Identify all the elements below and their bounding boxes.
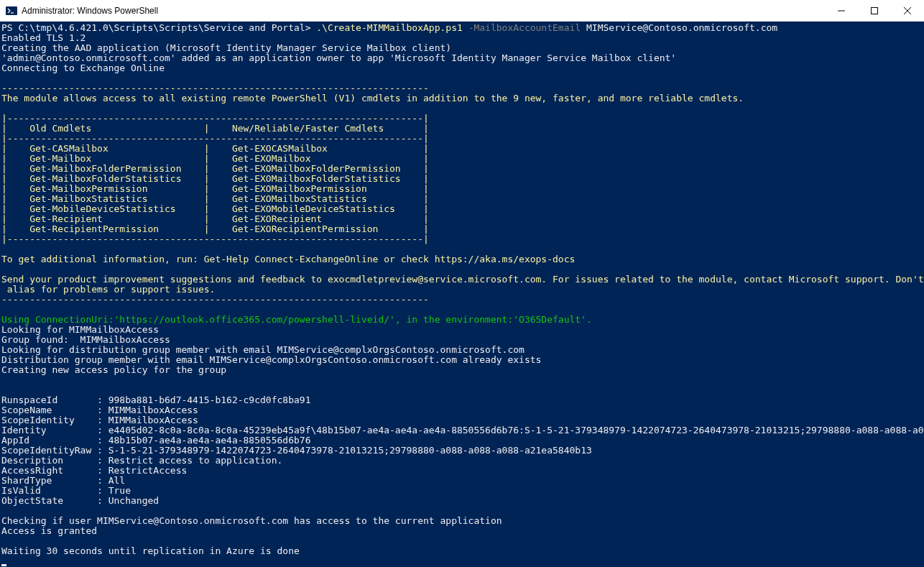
- terminal-output[interactable]: PS C:\tmp\4.6.421.0\Scripts\Scripts\Serv…: [0, 22, 924, 567]
- output-line: Looking for MIMMailboxAccess: [1, 324, 159, 335]
- command-param-value: MIMService@Contoso.onmicrosoft.com: [586, 22, 777, 33]
- table-border: |---------------------------------------…: [1, 133, 429, 144]
- window-title: Administrator: Windows PowerShell: [22, 6, 825, 16]
- property-line: ShardType : All: [1, 475, 125, 486]
- table-row: | Get-MailboxPermission | Get-EXOMailbox…: [1, 183, 429, 194]
- output-line: Distribution group member with email MIM…: [1, 354, 541, 365]
- table-row: | Get-MailboxFolderStatistics | Get-EXOM…: [1, 173, 429, 184]
- output-divider: ----------------------------------------…: [1, 294, 429, 305]
- output-line: To get additional information, run: Get-…: [1, 254, 575, 264]
- close-icon: [904, 7, 911, 14]
- powershell-icon: [6, 5, 17, 17]
- close-button[interactable]: [891, 0, 924, 21]
- command-user: .\Create-MIMMailboxApp.ps1: [316, 22, 468, 33]
- output-line: Send your product improvement suggestion…: [1, 274, 924, 285]
- property-line: Description : Restrict access to applica…: [1, 455, 282, 466]
- maximize-icon: [871, 7, 878, 14]
- output-line: The module allows access to all existing…: [1, 93, 744, 103]
- table-row: | Get-RecipientPermission | Get-EXORecip…: [1, 223, 429, 234]
- table-header: | Old Cmdlets | New/Reliable/Faster Cmdl…: [1, 123, 429, 134]
- output-line: Enabled TLS 1.2: [1, 32, 86, 43]
- property-line: AccessRight : RestrictAccess: [1, 465, 187, 476]
- maximize-button[interactable]: [858, 0, 891, 21]
- output-line: Using ConnectionUri:'https://outlook.off…: [1, 314, 592, 325]
- terminal-cursor: [1, 564, 6, 566]
- table-row: | Get-Mailbox | Get-EXOMailbox |: [1, 153, 429, 164]
- output-line: Connecting to Exchange Online: [1, 63, 165, 73]
- table-row: | Get-MailboxFolderPermission | Get-EXOM…: [1, 163, 429, 174]
- table-row: | Get-CASMailbox | Get-EXOCASMailbox |: [1, 143, 429, 154]
- table-row: | Get-Recipient | Get-EXORecipient |: [1, 213, 429, 224]
- output-divider: ----------------------------------------…: [1, 83, 429, 93]
- property-line: IsValid : True: [1, 485, 131, 496]
- output-line: Access is granted: [1, 525, 97, 536]
- window-controls: [825, 0, 924, 21]
- output-line: Group found: MIMMailboxAccess: [1, 334, 170, 345]
- property-line: Identity : e4405d02-8c0a-8c0a-8c0a-45239…: [1, 425, 924, 435]
- property-line: ScopeName : MIMMailboxAccess: [1, 405, 198, 415]
- svg-rect-0: [6, 6, 17, 15]
- table-border: |---------------------------------------…: [1, 113, 429, 124]
- output-line: Creating new access policy for the group: [1, 364, 226, 375]
- property-line: ObjectState : Unchanged: [1, 495, 159, 506]
- property-line: RunspaceId : 998ba881-b6d7-4415-b162-c9c…: [1, 395, 310, 405]
- output-line: Looking for distribution group member wi…: [1, 344, 525, 355]
- property-line: ScopeIdentity : MIMMailboxAccess: [1, 415, 198, 425]
- minimize-icon: [838, 7, 845, 14]
- table-border: |---------------------------------------…: [1, 234, 429, 244]
- minimize-button[interactable]: [825, 0, 858, 21]
- output-line: Waiting 30 seconds until replication in …: [1, 545, 300, 556]
- property-line: AppId : 48b15b07-ae4a-ae4a-ae4a-8850556d…: [1, 435, 310, 446]
- command-param-name: -MailboxAccountEmail: [468, 22, 586, 33]
- table-row: | Get-MobileDeviceStatistics | Get-EXOMo…: [1, 203, 429, 214]
- output-line: 'admin@Contoso.onmicrosoft.com' added as…: [1, 52, 676, 63]
- prompt-path: PS C:\tmp\4.6.421.0\Scripts\Scripts\Serv…: [1, 22, 316, 33]
- svg-rect-3: [872, 7, 878, 14]
- table-row: | Get-MailboxStatistics | Get-EXOMailbox…: [1, 193, 429, 204]
- output-line: Checking if user MIMService@Contoso.onmi…: [1, 515, 502, 526]
- window-titlebar: Administrator: Windows PowerShell: [0, 0, 924, 22]
- output-line: alias for problems or support issues.: [1, 284, 215, 295]
- property-line: ScopeIdentityRaw : S-1-5-21-379348979-14…: [1, 445, 592, 456]
- output-line: Creating the AAD application (Microsoft …: [1, 42, 451, 53]
